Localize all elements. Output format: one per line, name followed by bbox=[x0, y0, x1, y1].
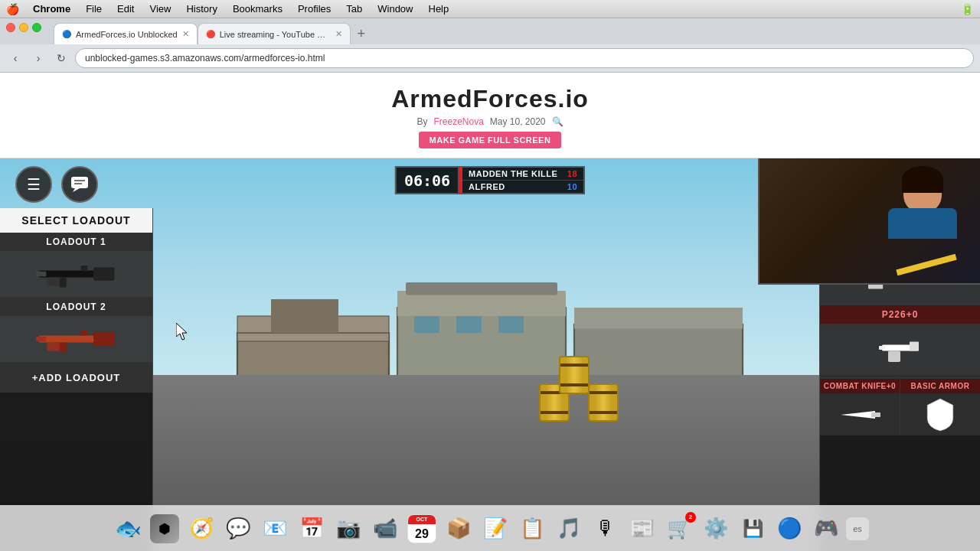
dock-messages[interactable]: 💬 bbox=[221, 512, 255, 546]
menu-window[interactable]: Window bbox=[373, 3, 417, 15]
address-bar-row: ‹ › ↻ bbox=[0, 44, 980, 72]
svg-rect-22 bbox=[38, 336, 102, 343]
left-loadout-header: SELECT LOADOUT bbox=[0, 208, 152, 233]
p226-icon bbox=[870, 330, 931, 372]
menu-history[interactable]: History bbox=[181, 3, 221, 15]
tab-close-2[interactable]: ✕ bbox=[335, 29, 342, 39]
dock-systemprefs[interactable]: ⚙️ bbox=[699, 512, 733, 546]
game-menu-button[interactable]: ☰ bbox=[15, 166, 52, 203]
dock-finder[interactable]: 🐟 bbox=[111, 512, 145, 546]
appstore-badge: 2 bbox=[685, 512, 696, 523]
svg-rect-23 bbox=[93, 332, 115, 346]
p226-image bbox=[820, 324, 980, 377]
svg-rect-20 bbox=[80, 266, 87, 271]
dock-photos[interactable]: 📷 bbox=[332, 512, 365, 546]
dock-music[interactable]: 🎵 bbox=[552, 512, 586, 546]
svg-rect-26 bbox=[80, 331, 87, 336]
dock-chrome[interactable]: 🔵 bbox=[773, 512, 806, 546]
add-loadout-button[interactable]: +ADD LOADOUT bbox=[0, 363, 152, 393]
combat-knife-label: COMBAT KNIFE+0 bbox=[820, 379, 900, 393]
combat-knife-image bbox=[820, 393, 900, 435]
svg-marker-37 bbox=[841, 411, 875, 419]
hair bbox=[902, 166, 943, 193]
minimize-button[interactable] bbox=[19, 23, 28, 32]
menu-profiles[interactable]: Profiles bbox=[293, 3, 335, 15]
game-container[interactable]: 06:06 MADDEN THE KILLE 18 ALFRED 10 bbox=[0, 158, 980, 551]
new-tab-button[interactable]: + bbox=[351, 23, 372, 44]
game-chat-button[interactable] bbox=[61, 166, 98, 203]
menu-help[interactable]: Help bbox=[424, 3, 454, 15]
weapon-p226[interactable]: P226+0 bbox=[820, 305, 980, 378]
back-button[interactable]: ‹ bbox=[6, 49, 24, 67]
svg-rect-12 bbox=[71, 177, 88, 188]
dock-appstore[interactable]: 🛒 2 bbox=[662, 512, 696, 546]
menu-tab[interactable]: Tab bbox=[341, 3, 367, 15]
dock-overflow[interactable]: es bbox=[846, 517, 869, 540]
dock-reminders[interactable]: 📅 bbox=[295, 512, 328, 546]
loadout-item-1[interactable]: LOADOUT 1 bbox=[0, 233, 152, 298]
tab-close-1[interactable]: ✕ bbox=[182, 29, 189, 39]
dock-facetime[interactable]: 📹 bbox=[368, 512, 402, 546]
svg-rect-21 bbox=[60, 277, 67, 287]
menu-view[interactable]: View bbox=[145, 3, 175, 15]
svg-rect-25 bbox=[36, 337, 46, 342]
score-row-1: MADDEN THE KILLE 18 bbox=[462, 168, 583, 181]
page-wrapper: ArmedForces.io By FreezeNova May 10, 202… bbox=[0, 73, 980, 551]
search-icon[interactable]: 🔍 bbox=[552, 116, 564, 127]
svg-rect-16 bbox=[38, 271, 102, 278]
tab-favicon-1: 🔵 bbox=[62, 30, 71, 38]
player2-name: ALFRED bbox=[469, 182, 505, 191]
mac-dock: 🐟 ⬢ 🧭 💬 📧 📅 📷 📹 OCT 29 📦 📝 📋 🎵 🎙 📰 🛒 2 ⚙… bbox=[0, 505, 980, 551]
svg-rect-11 bbox=[574, 308, 743, 329]
game-area[interactable]: 06:06 MADDEN THE KILLE 18 ALFRED 10 bbox=[0, 158, 980, 551]
game-timer: 06:06 bbox=[395, 166, 459, 194]
dock-news[interactable]: 📰 bbox=[626, 512, 659, 546]
menu-chrome[interactable]: Chrome bbox=[28, 3, 75, 15]
loadout-1-name: LOADOUT 1 bbox=[0, 233, 152, 251]
tab-label-2: Live streaming - YouTube Stu... bbox=[220, 30, 331, 39]
browser-chrome: 🔵 ArmedForces.io Unblocked ✕ 🔴 Live stre… bbox=[0, 18, 980, 73]
svg-rect-7 bbox=[414, 316, 439, 333]
maximize-button[interactable] bbox=[32, 23, 41, 32]
dock-mail[interactable]: 📧 bbox=[258, 512, 292, 546]
calendar-day: 29 bbox=[408, 524, 436, 543]
armor-icon bbox=[921, 396, 959, 434]
tab-youtube[interactable]: 🔴 Live streaming - YouTube Stu... ✕ bbox=[198, 23, 351, 44]
tab-armedforces[interactable]: 🔵 ArmedForces.io Unblocked ✕ bbox=[54, 23, 198, 44]
main-content: ArmedForces.io By FreezeNova May 10, 202… bbox=[0, 73, 980, 551]
svg-rect-27 bbox=[60, 342, 67, 352]
tab-bar: 🔵 ArmedForces.io Unblocked ✕ 🔴 Live stre… bbox=[0, 18, 980, 44]
author-link[interactable]: FreezeNova bbox=[433, 116, 483, 127]
refresh-button[interactable]: ↻ bbox=[52, 49, 70, 67]
dock-discord[interactable]: 🎮 bbox=[809, 512, 843, 546]
loadout-item-2[interactable]: LOADOUT 2 bbox=[0, 298, 152, 363]
menu-edit[interactable]: Edit bbox=[113, 3, 139, 15]
basic-armor-label: BASIC ARMOR bbox=[900, 379, 980, 393]
fullscreen-button[interactable]: MAKE GAME FULL SCREEN bbox=[419, 132, 562, 148]
basic-armor-weapon[interactable]: BASIC ARMOR bbox=[900, 379, 980, 435]
forward-button[interactable]: › bbox=[29, 49, 47, 67]
svg-rect-6 bbox=[406, 282, 557, 295]
calendar-icon: OCT 29 bbox=[407, 514, 436, 543]
combat-knife-weapon[interactable]: COMBAT KNIFE+0 bbox=[820, 379, 900, 435]
menu-bookmarks[interactable]: Bookmarks bbox=[228, 3, 287, 15]
dock-migration[interactable]: 💾 bbox=[736, 512, 769, 546]
dock-safari[interactable]: 🧭 bbox=[185, 512, 218, 546]
svg-rect-9 bbox=[498, 316, 524, 333]
apple-icon[interactable]: 🍎 bbox=[6, 3, 19, 15]
dock-podcasts[interactable]: 🎙 bbox=[589, 512, 622, 546]
traffic-lights bbox=[6, 23, 41, 32]
assault-rifle-icon-2 bbox=[34, 324, 119, 354]
svg-rect-34 bbox=[910, 341, 919, 350]
dock-calendar[interactable]: OCT 29 bbox=[405, 512, 439, 546]
dock-scripteditor[interactable]: 📋 bbox=[515, 512, 549, 546]
menu-file[interactable]: File bbox=[81, 3, 106, 15]
dock-stickies[interactable]: 📦 bbox=[442, 512, 475, 546]
address-input[interactable] bbox=[75, 48, 974, 68]
assault-rifle-icon-1 bbox=[34, 259, 119, 289]
close-button[interactable] bbox=[6, 23, 15, 32]
dock-launchpad[interactable]: ⬢ bbox=[148, 512, 181, 546]
svg-rect-8 bbox=[456, 316, 482, 333]
loadout-1-weapon bbox=[0, 251, 152, 297]
dock-notes[interactable]: 📝 bbox=[479, 512, 512, 546]
